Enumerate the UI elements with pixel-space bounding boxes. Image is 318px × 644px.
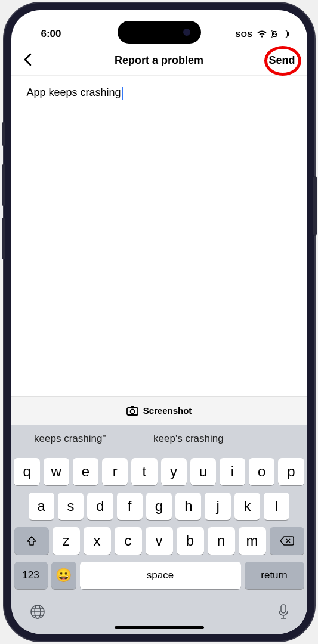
key-r[interactable]: r — [102, 458, 128, 485]
key-n[interactable]: n — [208, 527, 235, 555]
volume-down-button — [2, 218, 5, 259]
dynamic-island — [118, 21, 201, 44]
volume-up-button — [2, 164, 5, 206]
status-right: SOS 27 — [236, 30, 289, 39]
screen: 6:00 SOS 27 Report — [11, 10, 307, 634]
return-key[interactable]: return — [245, 562, 304, 589]
power-button — [313, 176, 317, 236]
home-indicator[interactable] — [115, 626, 204, 629]
key-c[interactable]: c — [115, 527, 142, 555]
key-e[interactable]: e — [73, 458, 98, 485]
page-title: Report a problem — [115, 54, 203, 67]
svg-rect-4 — [281, 605, 286, 613]
screenshot-label: Screenshot — [143, 405, 192, 416]
key-row-2: a s d f g h j k l — [14, 493, 304, 520]
key-s[interactable]: s — [58, 493, 84, 520]
key-row-4: 123 😀 space return — [14, 562, 304, 589]
key-u[interactable]: u — [190, 458, 216, 485]
camera-icon — [126, 406, 138, 416]
key-q[interactable]: q — [14, 458, 39, 485]
back-button[interactable] — [23, 51, 32, 70]
suggestion-2[interactable]: keep's crashing — [129, 425, 248, 453]
numbers-key[interactable]: 123 — [14, 562, 48, 589]
key-m[interactable]: m — [239, 527, 266, 555]
side-button — [2, 122, 5, 146]
globe-icon[interactable] — [29, 603, 46, 624]
keyboard-suggestions: keeps crashing" keep's crashing — [11, 425, 307, 453]
screenshot-button[interactable]: Screenshot — [11, 396, 307, 425]
key-row-3: z x c v b n m — [14, 527, 304, 555]
shift-key[interactable] — [14, 527, 49, 555]
key-l[interactable]: l — [264, 493, 289, 520]
emoji-key[interactable]: 😀 — [51, 562, 76, 589]
key-w[interactable]: w — [44, 458, 69, 485]
keyboard: q w e r t y u i o p a s d f g h j k l — [11, 453, 307, 599]
key-x[interactable]: x — [84, 527, 111, 555]
nav-bar: Report a problem Send — [11, 46, 307, 76]
status-time: 6:00 — [29, 28, 61, 40]
key-z[interactable]: z — [53, 527, 80, 555]
key-v[interactable]: v — [146, 527, 173, 555]
text-cursor — [122, 87, 123, 100]
sos-indicator: SOS — [236, 30, 253, 39]
space-key[interactable]: space — [80, 562, 241, 589]
problem-text-input[interactable]: App keeps crashing — [27, 86, 121, 98]
key-row-1: q w e r t y u i o p — [14, 458, 304, 485]
key-b[interactable]: b — [177, 527, 204, 555]
key-a[interactable]: a — [29, 493, 54, 520]
key-d[interactable]: d — [87, 493, 113, 520]
key-o[interactable]: o — [249, 458, 274, 485]
key-i[interactable]: i — [220, 458, 245, 485]
suggestion-3[interactable] — [248, 425, 307, 453]
key-g[interactable]: g — [146, 493, 172, 520]
mic-icon[interactable] — [277, 603, 289, 624]
delete-key[interactable] — [270, 527, 304, 555]
key-t[interactable]: t — [131, 458, 157, 485]
key-f[interactable]: f — [117, 493, 143, 520]
key-p[interactable]: p — [278, 458, 304, 485]
battery-icon: 27 — [271, 30, 289, 38]
wifi-icon — [257, 30, 267, 38]
svg-point-1 — [130, 409, 134, 413]
key-h[interactable]: h — [175, 493, 201, 520]
camera-dot — [183, 29, 190, 36]
content-area[interactable]: App keeps crashing — [11, 76, 307, 396]
send-button[interactable]: Send — [268, 54, 295, 67]
key-j[interactable]: j — [205, 493, 230, 520]
battery-percent: 27 — [273, 31, 279, 37]
key-y[interactable]: y — [161, 458, 187, 485]
suggestion-1[interactable]: keeps crashing" — [11, 425, 130, 453]
key-k[interactable]: k — [234, 493, 260, 520]
phone-frame: 6:00 SOS 27 Report — [4, 3, 314, 641]
